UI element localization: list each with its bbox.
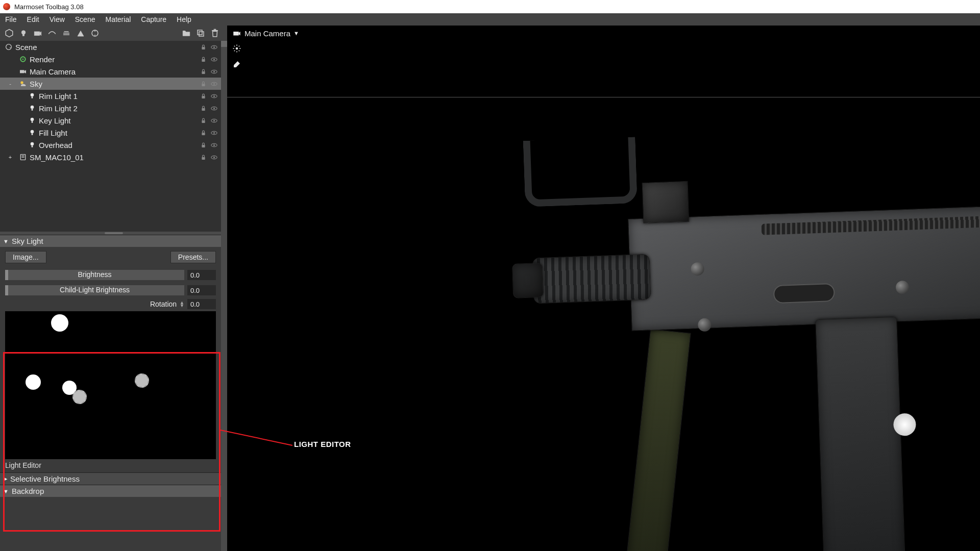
- child-brightness-slider[interactable]: Child-Light Brightness: [5, 285, 184, 295]
- tree-item-label: Fill Light: [39, 129, 67, 137]
- tree-row-controls[interactable]: [200, 43, 218, 51]
- tree-row-scene[interactable]: -Scene: [0, 41, 221, 53]
- scene-tree[interactable]: -SceneRenderMain Camera-SkyRim Light 1Ri…: [0, 41, 227, 232]
- svg-point-51: [213, 156, 215, 158]
- light-dot-fill[interactable]: [72, 390, 87, 404]
- light-dot-rim1[interactable]: [26, 374, 41, 390]
- camera-icon: [232, 29, 241, 38]
- tree-row-controls[interactable]: [200, 154, 218, 161]
- duplicate-icon[interactable]: [194, 27, 207, 39]
- annotation-text: LIGHT EDITOR: [294, 440, 351, 448]
- light-dot-rim2[interactable]: [135, 373, 149, 388]
- tree-toggle-icon[interactable]: -: [7, 44, 13, 50]
- svg-rect-5: [199, 32, 204, 36]
- brightness-value[interactable]: 0.0: [187, 270, 216, 280]
- tree-toggle-icon[interactable]: +: [7, 154, 13, 160]
- tree-row-fill-light[interactable]: Fill Light: [0, 127, 221, 139]
- svg-rect-7: [202, 46, 205, 49]
- light-icon: [28, 116, 37, 125]
- svg-point-28: [31, 106, 34, 109]
- menu-material[interactable]: Material: [100, 14, 136, 24]
- viewport-settings-icon[interactable]: [232, 44, 241, 55]
- scene-tree-scrollbar[interactable]: [221, 41, 227, 47]
- brightness-label: Brightness: [5, 270, 184, 279]
- rotation-spinner[interactable]: ▲▼: [180, 301, 184, 307]
- skylight-header[interactable]: ▼ Sky Light: [0, 235, 221, 247]
- tree-row-rim-light-1[interactable]: Rim Light 1: [0, 90, 221, 102]
- tree-row-sm-mac10-01[interactable]: +SM_MAC10_01: [0, 151, 221, 163]
- image-button[interactable]: Image...: [5, 251, 46, 263]
- tree-row-main-camera[interactable]: Main Camera: [0, 65, 221, 78]
- add-turntable-icon[interactable]: [89, 27, 101, 39]
- tree-row-render[interactable]: Render: [0, 53, 221, 65]
- svg-rect-30: [202, 108, 205, 110]
- svg-rect-52: [233, 32, 239, 36]
- brightness-slider[interactable]: Brightness: [5, 270, 184, 280]
- svg-rect-29: [32, 109, 33, 110]
- rotation-label: Rotation: [150, 300, 177, 308]
- svg-point-0: [21, 31, 26, 35]
- tree-row-controls[interactable]: [200, 129, 218, 137]
- add-camera-icon[interactable]: [32, 27, 44, 39]
- svg-point-14: [213, 58, 215, 60]
- tree-row-controls[interactable]: [200, 92, 218, 100]
- add-sky-icon[interactable]: [46, 27, 58, 39]
- svg-point-37: [213, 119, 215, 121]
- svg-rect-12: [202, 59, 205, 61]
- light-editor-label: Light Editor: [0, 459, 221, 472]
- child-brightness-label: Child-Light Brightness: [5, 286, 184, 294]
- tree-item-label: SM_MAC10_01: [30, 153, 84, 162]
- svg-rect-34: [32, 121, 33, 122]
- tree-row-key-light[interactable]: Key Light: [0, 114, 221, 127]
- menu-capture[interactable]: Capture: [136, 14, 172, 24]
- menu-file[interactable]: File: [3, 14, 22, 24]
- svg-point-23: [31, 93, 34, 97]
- add-light-icon[interactable]: [17, 27, 30, 39]
- add-cube-icon[interactable]: [3, 27, 15, 39]
- tree-row-overhead[interactable]: Overhead: [0, 139, 221, 151]
- tree-row-controls[interactable]: [200, 105, 218, 112]
- app-title: Marmoset Toolbag 3.08: [14, 3, 84, 11]
- viewport-brush-icon[interactable]: [232, 60, 241, 70]
- svg-rect-15: [20, 70, 24, 73]
- svg-rect-39: [32, 133, 33, 135]
- chevron-down-icon: ▼: [293, 30, 299, 36]
- properties-scrollbar[interactable]: [221, 235, 227, 241]
- delete-icon[interactable]: [209, 27, 221, 39]
- tree-toggle-icon[interactable]: -: [7, 81, 13, 87]
- presets-button[interactable]: Presets...: [170, 251, 216, 263]
- tree-row-controls[interactable]: [200, 141, 218, 149]
- selective-brightness-header[interactable]: ▶ Selective Brightness: [0, 472, 221, 485]
- backdrop-title: Backdrop: [12, 487, 44, 495]
- child-brightness-value[interactable]: 0.0: [187, 285, 216, 295]
- selective-brightness-title: Selective Brightness: [10, 474, 80, 483]
- rotation-value[interactable]: 0.0: [187, 299, 216, 309]
- light-icon: [28, 104, 37, 113]
- menu-edit[interactable]: Edit: [22, 14, 44, 24]
- tree-row-rim-light-2[interactable]: Rim Light 2: [0, 102, 221, 114]
- tree-item-label: Key Light: [39, 116, 71, 125]
- sidebar: -SceneRenderMain Camera-SkyRim Light 1Ri…: [0, 26, 227, 551]
- add-shadow-icon[interactable]: [75, 27, 87, 39]
- light-dot-overhead[interactable]: [51, 314, 68, 332]
- menu-scene[interactable]: Scene: [70, 14, 101, 24]
- menu-help[interactable]: Help: [172, 14, 197, 24]
- tree-row-controls[interactable]: [200, 68, 218, 76]
- svg-rect-20: [202, 83, 205, 86]
- tree-row-sky[interactable]: -Sky: [0, 78, 221, 90]
- folder-icon[interactable]: [180, 27, 192, 39]
- tree-row-controls[interactable]: [200, 56, 218, 63]
- tree-row-controls[interactable]: [200, 117, 218, 124]
- svg-point-19: [20, 81, 23, 84]
- tree-row-controls[interactable]: [200, 80, 218, 88]
- svg-point-43: [31, 142, 34, 146]
- add-fog-icon[interactable]: [60, 27, 72, 39]
- svg-point-47: [213, 144, 215, 145]
- viewport[interactable]: Main Camera ▼: [227, 26, 980, 551]
- camera-selector[interactable]: Main Camera ▼: [232, 29, 299, 38]
- menu-view[interactable]: View: [44, 14, 70, 24]
- mesh-icon: [18, 153, 28, 162]
- backdrop-header[interactable]: ▼ Backdrop: [0, 485, 221, 497]
- collapse-arrow-icon: ▼: [3, 488, 9, 494]
- light-editor-canvas[interactable]: [5, 311, 216, 459]
